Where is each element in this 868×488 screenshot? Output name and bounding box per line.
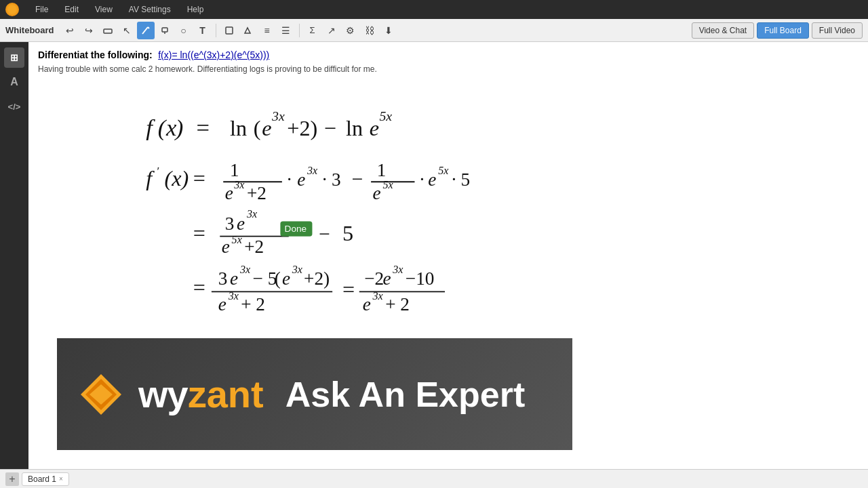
svg-text:e: e <box>222 237 230 257</box>
svg-text:): ) <box>174 115 184 141</box>
svg-text:3x: 3x <box>239 264 251 275</box>
side-code-button[interactable]: </> <box>4 96 24 117</box>
svg-text:e: e <box>373 183 381 203</box>
menu-bar: File Edit View AV Settings Help <box>0 0 868 19</box>
shape-button[interactable]: ○ <box>175 22 193 39</box>
undo-button[interactable]: ↩ <box>61 22 79 39</box>
svg-text:+ 2: + 2 <box>241 293 265 314</box>
gear-button[interactable]: ⚙ <box>342 22 359 39</box>
svg-text:5x: 5x <box>438 165 449 176</box>
sigma-button[interactable]: Σ <box>304 22 321 39</box>
graph-button[interactable]: ↗ <box>323 22 340 39</box>
select-button[interactable]: ↖ <box>118 22 136 39</box>
svg-text:(: ( <box>254 116 261 140</box>
full-video-button[interactable]: Full Video <box>812 22 863 39</box>
svg-rect-0 <box>104 29 112 33</box>
separator-1 <box>216 24 216 37</box>
eraser-button[interactable] <box>99 22 117 39</box>
lines2-button[interactable]: ☰ <box>277 22 295 39</box>
separator-2 <box>299 24 300 37</box>
menu-file[interactable]: File <box>33 3 51 16</box>
board-tab-label: Board 1 <box>28 474 56 484</box>
bottom-bar: + Board 1 × <box>0 469 868 488</box>
svg-text:f: f <box>146 166 155 190</box>
menu-edit[interactable]: Edit <box>62 3 81 16</box>
svg-text:1: 1 <box>230 159 239 180</box>
svg-text:−: − <box>324 116 336 140</box>
top-right-controls: Video & Chat Full Board Full Video <box>692 19 868 42</box>
svg-text:−10: −10 <box>406 268 435 289</box>
clear-button[interactable] <box>220 22 238 39</box>
svg-text:3x: 3x <box>233 179 245 190</box>
close-board-tab[interactable]: × <box>59 475 63 483</box>
svg-text:3: 3 <box>225 214 235 234</box>
svg-text:· 5: · 5 <box>452 169 470 190</box>
svg-text:(: ( <box>275 268 281 289</box>
wyzant-logo-svg <box>77 371 125 418</box>
svg-text:=: = <box>193 221 205 245</box>
lines-button[interactable]: ≡ <box>258 22 276 39</box>
svg-text:e: e <box>282 268 290 289</box>
svg-text:′: ′ <box>157 165 159 178</box>
app-logo <box>5 3 19 16</box>
function-link[interactable]: f(x)= ln((e^(3x)+2)(e^(5x))) <box>158 49 269 60</box>
svg-rect-3 <box>162 28 167 32</box>
text-button[interactable]: T <box>194 22 212 39</box>
wyzant-ant: ant <box>207 372 264 416</box>
link-button[interactable]: ⛓ <box>361 22 378 39</box>
side-home-button[interactable]: ⊞ <box>4 47 24 68</box>
svg-text:+2): +2) <box>287 116 317 140</box>
redo-button[interactable]: ↪ <box>80 22 98 39</box>
whiteboard-area[interactable]: Differentiat the following: f(x)= ln((e^… <box>28 42 868 469</box>
svg-text:3x: 3x <box>392 264 403 275</box>
svg-text:+2: +2 <box>247 183 267 203</box>
svg-text:e: e <box>428 169 436 190</box>
svg-text:3x: 3x <box>307 165 318 176</box>
svg-text:+ 2: + 2 <box>385 293 410 314</box>
ask-an-expert-text: Ask An Expert <box>285 374 526 415</box>
svg-rect-5 <box>226 27 233 34</box>
svg-text:3x: 3x <box>292 264 303 275</box>
download-button[interactable]: ⬇ <box>380 22 397 39</box>
svg-text:=: = <box>197 115 210 140</box>
wyzant-z: z <box>188 372 207 416</box>
svg-text:ln: ln <box>346 116 363 140</box>
svg-text:e: e <box>225 183 233 203</box>
svg-text:=: = <box>342 277 355 302</box>
menu-av-settings[interactable]: AV Settings <box>126 3 174 16</box>
svg-text:=: = <box>193 275 205 300</box>
full-board-button[interactable]: Full Board <box>757 22 809 39</box>
question-area: Differentiat the following: f(x)= ln((e^… <box>28 42 868 79</box>
fill-button[interactable] <box>239 22 257 39</box>
svg-text:(x): (x) <box>165 166 189 190</box>
svg-text:3x: 3x <box>246 208 258 220</box>
svg-text:3x: 3x <box>372 289 384 301</box>
svg-text:−: − <box>352 168 363 190</box>
add-board-button[interactable]: + <box>5 472 19 486</box>
svg-text:f: f <box>146 115 155 140</box>
svg-text:5x: 5x <box>232 233 243 245</box>
pen-button[interactable] <box>137 22 155 39</box>
svg-text:Done: Done <box>285 224 307 234</box>
svg-text:−: − <box>319 223 330 245</box>
svg-text:− 5: − 5 <box>253 268 277 289</box>
svg-text:+2): +2) <box>304 268 330 289</box>
svg-text:e: e <box>297 169 305 190</box>
svg-text:3x: 3x <box>228 289 239 301</box>
video-chat-button[interactable]: Video & Chat <box>692 22 755 39</box>
menu-view[interactable]: View <box>92 3 115 16</box>
svg-text:3x: 3x <box>271 108 285 123</box>
svg-text:ln: ln <box>230 116 247 140</box>
svg-text:e: e <box>218 293 226 314</box>
svg-text:e: e <box>230 268 238 289</box>
board-tab-1[interactable]: Board 1 × <box>22 472 69 486</box>
highlighter-button[interactable] <box>156 22 174 39</box>
svg-text:· 3: · 3 <box>322 169 340 190</box>
question-body: Having trouble with some calc 2 homework… <box>38 64 859 75</box>
menu-help[interactable]: Help <box>184 3 207 16</box>
wyzant-banner: wyzant Ask An Expert <box>57 338 572 450</box>
svg-text:+2: +2 <box>244 237 264 257</box>
wyzant-wordmark: wyzant <box>138 372 264 416</box>
side-text-button[interactable]: A <box>4 72 24 92</box>
svg-text:e: e <box>382 268 391 289</box>
